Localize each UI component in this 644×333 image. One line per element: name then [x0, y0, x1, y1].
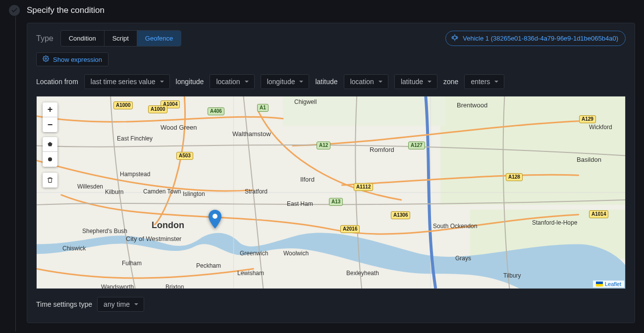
debug-vehicle-chip[interactable]: Vehicle 1 (38265e01-836d-4a79-96e9-1d1be…: [445, 31, 626, 46]
show-expression-button[interactable]: Show expression: [36, 52, 108, 66]
map-place-label: Chiswick: [62, 245, 86, 252]
latitude-label: latitude: [315, 78, 337, 86]
map-place-label: Stanford-le-Hope: [532, 219, 577, 226]
road-shield: A12: [317, 142, 330, 149]
road-shield: A1112: [354, 183, 373, 191]
map-marker[interactable]: [209, 210, 221, 230]
road-shield: A128: [506, 173, 523, 181]
tab-script[interactable]: Script: [105, 31, 137, 46]
time-settings-value: any time: [104, 300, 130, 308]
latitude-source-value: location: [350, 78, 374, 86]
map-place-label: Ilford: [300, 176, 315, 183]
map-place-label: East Ham: [287, 200, 313, 207]
road-shield: A1000: [148, 105, 167, 113]
step-connector-line: [15, 16, 16, 332]
map-place-label: Islington: [183, 190, 205, 197]
bug-icon: [451, 34, 459, 43]
zone-select[interactable]: enters: [464, 74, 504, 89]
draw-polygon-button[interactable]: [43, 137, 57, 152]
chevron-down-icon: [160, 79, 164, 84]
latitude-field-value: latitude: [401, 78, 423, 86]
time-settings-select[interactable]: any time: [97, 297, 144, 312]
map-place-label: Kilburn: [105, 189, 123, 195]
gear-icon: [43, 55, 49, 63]
location-from-select[interactable]: last time series value: [84, 74, 170, 89]
road-shield: A503: [176, 152, 193, 160]
chevron-down-icon: [378, 79, 383, 84]
map-place-label: Brentwood: [457, 101, 487, 109]
road-shield: A1: [257, 104, 268, 112]
longitude-field-select[interactable]: longitude: [261, 74, 310, 89]
map-place-label: Wood Green: [161, 124, 197, 131]
map-place-label: Shepherd's Bush: [82, 228, 127, 235]
zone-label: zone: [443, 78, 458, 86]
map-place-label: Hampstead: [120, 171, 150, 178]
section-title: Specify the condition: [27, 5, 105, 15]
longitude-source-value: location: [216, 78, 240, 86]
map-draw-control: [43, 137, 57, 167]
chevron-down-icon: [244, 79, 249, 84]
show-expression-label: Show expression: [53, 56, 102, 63]
chevron-down-icon: [299, 79, 304, 84]
svg-point-10: [48, 157, 52, 161]
map-place-label: Camden Town: [143, 188, 181, 195]
time-settings-label: Time settings type: [36, 300, 92, 308]
location-from-value: last time series value: [91, 78, 156, 86]
map-place-label: Brixton: [165, 284, 184, 289]
longitude-label: longitude: [176, 78, 204, 86]
map-attribution[interactable]: Leaflet: [593, 281, 624, 287]
map-place-label: Fulham: [122, 260, 142, 267]
map-trash-control: [43, 173, 57, 188]
map-place-label: Willesden: [77, 183, 103, 190]
map-place-label: Woolwich: [283, 250, 309, 257]
road-shield: A406: [208, 107, 224, 115]
map-place-label: Romford: [370, 146, 394, 153]
debug-vehicle-label: Vehicle 1 (38265e01-836d-4a79-96e9-1d1be…: [463, 35, 618, 42]
map-place-label: Lewisham: [237, 270, 264, 277]
zone-value: enters: [471, 78, 490, 86]
latitude-field-select[interactable]: latitude: [394, 74, 437, 89]
map-place-label: Walthamstow: [232, 130, 271, 138]
map[interactable]: + − Leaflet: [36, 96, 626, 289]
draw-circle-button[interactable]: [43, 152, 57, 167]
zoom-out-button[interactable]: −: [43, 117, 57, 132]
tab-geofence[interactable]: Geofence: [137, 31, 181, 46]
latitude-source-select[interactable]: location: [344, 74, 388, 89]
longitude-source-select[interactable]: location: [210, 74, 254, 89]
road-shield: A2016: [340, 225, 360, 233]
map-place-label: Stratford: [245, 188, 268, 195]
map-place-label: Peckham: [196, 262, 221, 269]
step-complete-icon: [9, 5, 20, 16]
road-shield: A127: [408, 142, 425, 149]
chevron-down-icon: [134, 302, 139, 307]
location-from-label: Location from: [36, 78, 78, 86]
road-shield: A13: [329, 198, 343, 206]
svg-point-1: [45, 58, 47, 59]
map-place-label: Grays: [455, 255, 471, 262]
tab-condition[interactable]: Condition: [61, 31, 105, 46]
map-place-label: Bexleyheath: [346, 270, 379, 277]
svg-point-0: [453, 36, 457, 40]
chevron-down-icon: [494, 79, 499, 84]
map-place-label: South Ockendon: [433, 223, 477, 230]
map-place-label: Greenwich: [240, 250, 268, 257]
map-place-label: London: [152, 220, 184, 231]
map-zoom-control: + −: [43, 102, 57, 132]
map-place-label: East Finchley: [117, 135, 153, 142]
map-place-label: Wandsworth: [101, 284, 134, 289]
leaflet-attribution-label: Leaflet: [605, 281, 621, 287]
road-shield: A129: [579, 115, 596, 123]
chevron-down-icon: [427, 79, 432, 84]
zoom-in-button[interactable]: +: [43, 102, 57, 117]
map-place-label: Basildon: [577, 156, 601, 163]
type-label: Type: [36, 34, 54, 43]
longitude-field-value: longitude: [267, 78, 295, 86]
road-shield: A1000: [113, 101, 133, 109]
type-segmented-control: Condition Script Geofence: [60, 30, 182, 47]
svg-point-9: [213, 214, 217, 219]
map-place-label: Tilbury: [503, 272, 521, 279]
map-place-label: Chigwell: [294, 98, 317, 105]
delete-shape-button[interactable]: [43, 173, 57, 188]
road-shield: A1014: [589, 210, 608, 218]
ukraine-flag-icon: [596, 282, 603, 286]
